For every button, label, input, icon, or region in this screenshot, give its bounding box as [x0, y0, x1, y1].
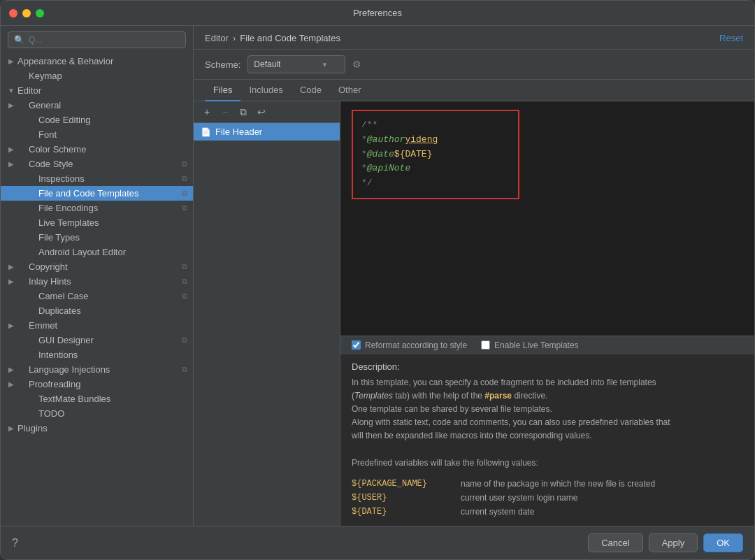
sidebar-item-label: General	[29, 100, 61, 110]
tab-code[interactable]: Code	[292, 80, 330, 101]
maximize-button[interactable]	[36, 9, 44, 17]
sidebar-item-todo[interactable]: TODO	[1, 406, 193, 421]
sidebar-item-font[interactable]: Font	[1, 127, 193, 142]
main-content: Editor › File and Code Templates Reset S…	[194, 26, 754, 526]
sidebar-item-label: Live Templates	[38, 217, 99, 228]
sidebar-item-appearance[interactable]: ▶ Appearance & Behavior	[1, 54, 193, 69]
live-templates-checkbox-label[interactable]: Enable Live Templates	[481, 340, 579, 350]
sidebar-item-label: Proofreading	[29, 379, 80, 389]
ok-button[interactable]: OK	[703, 533, 743, 552]
sidebar-item-label: Copyright	[29, 261, 68, 272]
window-controls	[9, 9, 44, 17]
sidebar-item-label: TODO	[38, 408, 64, 419]
remove-template-button[interactable]: −	[217, 104, 233, 120]
sidebar-item-android-layout[interactable]: Android Layout Editor	[1, 245, 193, 259]
sidebar-item-camel-case[interactable]: Camel Case ⧉	[1, 289, 193, 303]
sidebar-item-keymap[interactable]: Keymap	[1, 69, 193, 83]
preferences-dialog: Preferences 🔍 ▶ Appearance & Behavior Ke…	[0, 0, 755, 560]
help-icon[interactable]: ?	[12, 537, 18, 550]
code-value: yideng	[405, 133, 438, 148]
sidebar-item-label: Code Editing	[38, 115, 90, 125]
code-prefix: *	[361, 133, 367, 148]
sidebar-item-label: Inspections	[38, 173, 85, 184]
apply-button[interactable]: Apply	[649, 533, 698, 552]
code-tag: @apiNote	[367, 161, 410, 176]
tab-files[interactable]: Files	[205, 80, 240, 101]
sidebar-item-gui-designer[interactable]: GUI Designer ⧉	[1, 333, 193, 347]
sidebar-item-file-code-templates[interactable]: File and Code Templates ⧉	[1, 186, 193, 201]
sidebar-item-textmate[interactable]: TextMate Bundles	[1, 392, 193, 406]
sidebar-item-file-types[interactable]: File Types	[1, 230, 193, 245]
chevron-right-icon: ▶	[6, 101, 16, 110]
spacer-icon	[6, 174, 16, 184]
sidebar-item-intentions[interactable]: Intentions	[1, 347, 193, 362]
desc-line-1: In this template, you can specify a code…	[352, 378, 656, 387]
sidebar-item-language-injections[interactable]: ▶ Language Injections ⧉	[1, 362, 193, 377]
sidebar-item-label: Plugins	[17, 423, 48, 433]
sidebar-item-emmet[interactable]: ▶ Emmet	[1, 318, 193, 333]
variable-row-user: ${USER} current user system login name	[352, 491, 743, 505]
live-templates-checkbox[interactable]	[481, 340, 490, 350]
sidebar-item-code-style[interactable]: ▶ Code Style ⧉	[1, 157, 193, 171]
close-button[interactable]	[9, 9, 17, 17]
tab-includes[interactable]: Includes	[240, 80, 291, 101]
sidebar-item-label: Color Scheme	[29, 144, 86, 155]
spacer-icon	[6, 218, 16, 228]
breadcrumb-parent: Editor	[205, 33, 229, 43]
template-list: + − ⧉ ↩ 📄 File Header	[194, 101, 340, 526]
sidebar-item-live-templates[interactable]: Live Templates	[1, 215, 193, 230]
code-line-1: /**	[361, 118, 510, 133]
sidebar-item-label: Language Injections	[29, 364, 110, 375]
desc-line-4: Along with static text, code and comment…	[352, 417, 670, 427]
reformat-checkbox[interactable]	[352, 340, 361, 350]
reset-button[interactable]: Reset	[719, 33, 743, 43]
code-close: */	[361, 176, 373, 191]
sidebar-item-code-editing[interactable]: Code Editing	[1, 113, 193, 127]
var-desc: current user system login name	[461, 493, 577, 503]
sidebar-item-color-scheme[interactable]: ▶ Color Scheme	[1, 142, 193, 157]
code-area[interactable]: /** * @author yideng * @date ${DATE} * @…	[340, 101, 754, 336]
minimize-button[interactable]	[22, 9, 31, 17]
var-desc: current system date	[461, 507, 534, 517]
sidebar-item-plugins[interactable]: ▶ Plugins	[1, 421, 193, 436]
sidebar-item-label: Camel Case	[38, 291, 89, 301]
scheme-value: Default	[254, 59, 280, 69]
spacer-icon	[6, 350, 16, 360]
tab-other[interactable]: Other	[330, 80, 370, 101]
sidebar-item-duplicates[interactable]: Duplicates	[1, 303, 193, 318]
scheme-select[interactable]: Default ▼	[247, 55, 345, 73]
code-value: ${DATE}	[394, 148, 433, 162]
sidebar-item-editor[interactable]: ▼ Editor	[1, 83, 193, 98]
search-input[interactable]	[29, 35, 180, 45]
sidebar-item-inlay-hints[interactable]: ▶ Inlay Hints ⧉	[1, 274, 193, 289]
chevron-down-icon: ▼	[6, 86, 16, 96]
sidebar-item-label: File Types	[38, 232, 80, 243]
sidebar-item-copyright[interactable]: ▶ Copyright ⧉	[1, 259, 193, 274]
template-item-file-header[interactable]: 📄 File Header	[194, 123, 340, 141]
code-editor[interactable]: /** * @author yideng * @date ${DATE} * @…	[340, 101, 754, 336]
sidebar-item-label: Appearance & Behavior	[17, 56, 113, 66]
desc-line-6: Predefined variables will take the follo…	[352, 458, 538, 468]
scheme-label: Scheme:	[205, 59, 240, 70]
sidebar-item-proofreading[interactable]: ▶ Proofreading	[1, 377, 193, 392]
sidebar-item-label: Emmet	[29, 320, 57, 331]
gear-button[interactable]: ⚙	[352, 59, 361, 70]
description-title: Description:	[352, 361, 743, 372]
spacer-icon	[6, 71, 16, 81]
sidebar-item-inspections[interactable]: Inspections ⧉	[1, 171, 193, 186]
sidebar-item-label: Duplicates	[38, 306, 81, 316]
chevron-right-icon: ▶	[6, 380, 16, 389]
reformat-checkbox-label[interactable]: Reformat according to style	[352, 340, 467, 350]
settings-icon: ⧉	[182, 336, 187, 345]
sidebar-item-general[interactable]: ▶ General	[1, 98, 193, 113]
copy-template-button[interactable]: ⧉	[236, 104, 251, 120]
search-container[interactable]: 🔍	[8, 31, 186, 48]
sidebar-item-file-encodings[interactable]: File Encodings ⧉	[1, 201, 193, 215]
variable-row-date: ${DATE} current system date	[352, 505, 743, 519]
add-template-button[interactable]: +	[199, 104, 215, 120]
template-item-label: File Header	[215, 127, 262, 137]
reset-template-button[interactable]: ↩	[254, 104, 269, 120]
cancel-button[interactable]: Cancel	[588, 533, 642, 552]
chevron-right-icon: ▶	[6, 424, 16, 433]
var-desc: name of the package in which the new fil…	[461, 479, 655, 489]
